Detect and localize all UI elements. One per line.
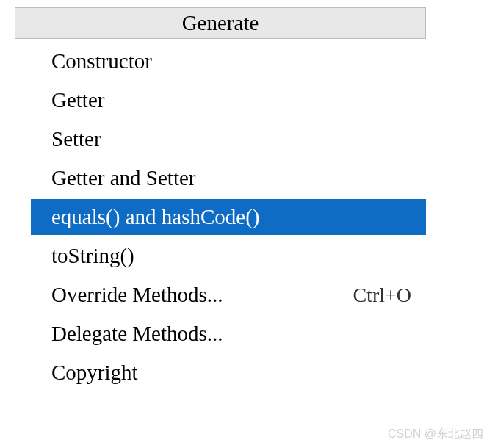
menu-item-label: Getter [51,88,104,112]
menu-item-label: Setter [51,127,101,151]
menu-item-getter[interactable]: Getter [15,82,426,118]
menu-item-label: Constructor [51,49,152,73]
menu-item-override-methods[interactable]: Override Methods... Ctrl+O [15,277,426,313]
menu-item-label: Copyright [51,361,138,385]
menu-item-shortcut: Ctrl+O [353,283,417,307]
generate-menu: Generate Constructor Getter Setter Gette… [15,7,426,391]
menu-item-label: toString() [51,244,134,268]
menu-item-equals-hashcode[interactable]: equals() and hashCode() [31,199,426,235]
menu-item-label: Override Methods... [51,283,223,307]
menu-items-list: Constructor Getter Setter Getter and Set… [15,39,426,391]
menu-item-constructor[interactable]: Constructor [15,43,426,79]
watermark: CSDN @东北赵四 [388,427,483,442]
menu-item-getter-setter[interactable]: Getter and Setter [15,160,426,196]
menu-item-label: equals() and hashCode() [51,205,259,229]
menu-item-delegate-methods[interactable]: Delegate Methods... [15,316,426,352]
menu-item-copyright[interactable]: Copyright [15,355,426,391]
menu-item-tostring[interactable]: toString() [15,238,426,274]
menu-item-label: Getter and Setter [51,166,195,190]
menu-item-setter[interactable]: Setter [15,121,426,157]
menu-title: Generate [15,7,426,39]
menu-item-label: Delegate Methods... [51,322,223,346]
